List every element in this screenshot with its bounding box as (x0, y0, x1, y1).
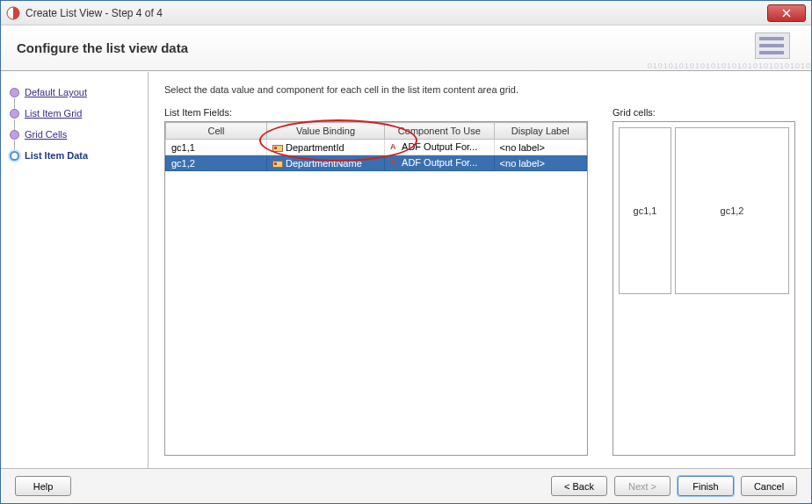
back-button[interactable]: < Back (551, 476, 607, 496)
header-row: Cell Value Binding Component To Use Disp… (166, 123, 587, 140)
step-list-item-data[interactable]: List Item Data (8, 146, 141, 165)
step-dot-icon (10, 151, 19, 161)
col-binding[interactable]: Value Binding (266, 123, 384, 140)
title-bar: Create List View - Step 4 of 4 (1, 1, 811, 25)
table-row[interactable]: gc1,2 DepartmentName ADF Output For... <… (166, 155, 587, 171)
fields-table-container: Cell Value Binding Component To Use Disp… (164, 121, 588, 456)
panels-row: List Item Fields: Cell Value Binding Com… (164, 107, 795, 456)
cell-name[interactable]: gc1,2 (166, 155, 267, 171)
step-dot-icon (10, 130, 19, 140)
app-icon (6, 6, 20, 20)
cell-display[interactable]: <no label> (494, 155, 586, 171)
window-title: Create List View - Step 4 of 4 (25, 7, 767, 19)
grid-cells-panel: Grid cells: gc1,1 gc1,2 (613, 107, 795, 456)
step-grid-cells[interactable]: Grid Cells (8, 125, 141, 144)
step-dot-icon (10, 88, 19, 97)
step-default-layout[interactable]: Default Layout (8, 83, 141, 102)
close-icon (782, 9, 791, 18)
binding-icon (272, 145, 283, 152)
col-cell[interactable]: Cell (166, 123, 267, 140)
binding-icon (272, 161, 283, 168)
step-list-item-grid[interactable]: List Item Grid (8, 104, 141, 123)
banner-bits: 0101010101010101010101010101010 (648, 61, 811, 70)
grid-preview-row: gc1,1 gc1,2 (619, 127, 789, 294)
grid-label: Grid cells: (613, 107, 795, 118)
finish-button[interactable]: Finish (678, 476, 734, 496)
grid-cell-gc11[interactable]: gc1,1 (619, 127, 671, 294)
component-icon (390, 144, 399, 153)
banner-heading: Configure the list view data (17, 40, 188, 55)
help-button[interactable]: Help (15, 476, 71, 496)
component-icon (390, 160, 399, 169)
cell-component[interactable]: ADF Output For... (385, 155, 495, 171)
cancel-button[interactable]: Cancel (741, 476, 797, 496)
table-row[interactable]: gc1,1 DepartmentId ADF Output For... <no… (166, 140, 587, 155)
cell-binding[interactable]: DepartmentId (266, 140, 384, 155)
step-link[interactable]: List Item Grid (25, 108, 82, 119)
step-label-current: List Item Data (25, 150, 88, 161)
cell-binding[interactable]: DepartmentName (266, 155, 384, 171)
content-pane: Select the data value and component for … (149, 72, 811, 468)
main-area: Default Layout List Item Grid Grid Cells… (1, 71, 811, 468)
button-bar: Help < Back Next > Finish Cancel (1, 468, 811, 503)
list-item-fields-panel: List Item Fields: Cell Value Binding Com… (164, 107, 588, 456)
grid-preview-box: gc1,1 gc1,2 (613, 121, 795, 456)
fields-table[interactable]: Cell Value Binding Component To Use Disp… (165, 122, 587, 171)
step-link[interactable]: Grid Cells (25, 129, 67, 140)
fields-label: List Item Fields: (164, 107, 588, 118)
instruction-text: Select the data value and component for … (164, 84, 795, 95)
col-display[interactable]: Display Label (494, 123, 586, 140)
next-button: Next > (614, 476, 671, 496)
cell-display[interactable]: <no label> (494, 140, 586, 155)
close-button[interactable] (767, 4, 806, 22)
wizard-steps-sidebar: Default Layout List Item Grid Grid Cells… (1, 72, 149, 468)
col-component[interactable]: Component To Use (385, 123, 495, 140)
cell-component[interactable]: ADF Output For... (385, 140, 495, 155)
cell-name[interactable]: gc1,1 (166, 140, 267, 155)
step-dot-icon (10, 109, 19, 119)
banner: Configure the list view data 01010101010… (1, 25, 811, 71)
banner-decorative-icon (755, 32, 790, 59)
dialog-window: Create List View - Step 4 of 4 Configure… (0, 0, 812, 504)
step-link[interactable]: Default Layout (25, 87, 87, 97)
grid-cell-gc12[interactable]: gc1,2 (675, 127, 789, 294)
